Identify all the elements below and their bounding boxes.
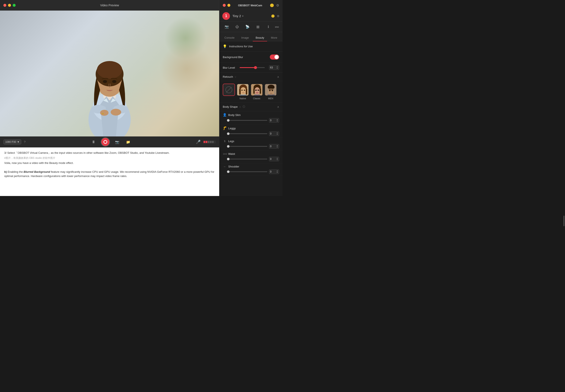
retouch-header: Retouch ○ ∧ — [219, 73, 282, 81]
disabled-line — [226, 87, 232, 93]
body-shape-header-left: Body Shape ○ ⓘ — [223, 105, 245, 109]
leggy-track[interactable] — [228, 133, 267, 134]
right-content[interactable]: 💡 Instructions for Use Background Blur B… — [219, 42, 282, 196]
device-settings-icon[interactable]: ⚙ — [277, 14, 279, 18]
body-slim-thumb[interactable] — [227, 119, 230, 122]
waist-value: 0 — [270, 157, 272, 161]
legs-thumb[interactable] — [227, 145, 230, 148]
tab-console[interactable]: Console — [221, 34, 237, 42]
background-blur-label: Background Blur — [223, 56, 243, 59]
svg-point-9 — [111, 109, 121, 115]
shoulder-value-box: 0 ▲ ▼ — [269, 169, 279, 174]
waist-header: ⊃⊂ Waist — [223, 152, 279, 155]
minimize-button[interactable] — [8, 4, 11, 7]
body-slim-value: 0 — [270, 119, 272, 122]
smiley-icon-button[interactable]: 🙂 — [270, 3, 274, 7]
svg-point-34 — [269, 90, 271, 91]
device-badge: 1 — [222, 12, 230, 20]
men-face-svg — [265, 84, 277, 96]
osc-button[interactable]: osc — [275, 26, 279, 28]
right-close-button[interactable] — [223, 4, 226, 7]
body-slim-controls: 0 ▲ ▼ — [228, 118, 279, 123]
blurred-bg-italic: Blurred Background — [24, 170, 50, 173]
leggy-thumb[interactable] — [227, 132, 230, 135]
leggy-value-box: 0 ▲ ▼ — [269, 131, 279, 136]
leggy-row: 🦵 Leggy 0 ▲ ▼ — [219, 125, 282, 138]
svg-point-26 — [258, 90, 259, 91]
maximize-button[interactable] — [13, 4, 16, 7]
waist-track[interactable] — [228, 159, 267, 159]
leggy-icon: 🦵 — [223, 126, 227, 130]
tab-more[interactable]: More — [268, 34, 280, 42]
power-icon-button[interactable]: ⏻ — [233, 23, 241, 31]
legs-track[interactable] — [228, 146, 267, 147]
device-row: 1 Tiny 2 ▾ 🙂 ⚙ — [219, 11, 282, 22]
retouch-thumb-none — [223, 84, 235, 96]
retouch-info-icon: ○ — [234, 75, 236, 78]
body-slim-icon: 👤 — [223, 113, 227, 117]
left-panel: Video Preview — [0, 0, 219, 196]
svg-point-14 — [240, 87, 246, 94]
blur-level-decrement[interactable]: ▼ — [276, 68, 278, 69]
device-name-wrapper[interactable]: Tiny 2 ▾ — [233, 14, 269, 18]
display-icon-button[interactable]: ▦ — [254, 23, 262, 31]
waist-decrement[interactable]: ▼ — [276, 159, 278, 161]
resolution-info-icon[interactable]: ? — [24, 140, 26, 144]
signal-icon-button[interactable]: 📡 — [244, 23, 251, 31]
retouch-option-men[interactable]: MEN — [264, 84, 277, 100]
record-button[interactable] — [101, 137, 110, 147]
shoulder-thumb[interactable] — [227, 170, 230, 173]
blur-level-thumb[interactable] — [254, 66, 257, 69]
retouch-collapse-icon[interactable]: ∧ — [277, 75, 279, 78]
legs-value-box: 0 ▲ ▼ — [269, 144, 279, 149]
legs-header: ⥮ Legs — [223, 140, 279, 143]
pause-button[interactable]: ⏸ — [90, 138, 97, 146]
instructions-for-use-row[interactable]: 💡 Instructions for Use — [219, 42, 282, 52]
video-preview-area — [0, 11, 219, 137]
waist-thumb[interactable] — [227, 158, 230, 160]
device-smiley-icon[interactable]: 🙂 — [271, 14, 275, 18]
body-shape-collapse-icon[interactable]: ∧ — [277, 105, 279, 108]
waist-row: ⊃⊂ Waist 0 ▲ ▼ — [219, 151, 282, 163]
shoulder-track[interactable] — [228, 171, 267, 172]
body-shape-info-icon: ⓘ — [243, 105, 245, 109]
device-right-icons: 🙂 ⚙ — [271, 14, 279, 18]
svg-point-6 — [97, 61, 122, 79]
camera-icon-button[interactable]: 📷 — [223, 23, 231, 31]
person-svg — [67, 31, 152, 137]
info-icon-button[interactable]: ℹ — [264, 23, 272, 31]
folder-button[interactable]: 📁 — [124, 138, 132, 146]
resolution-selector[interactable]: 1080 P30 ▼ — [3, 140, 21, 144]
note-b-label: b) — [4, 170, 7, 173]
settings-icon-button[interactable]: ⚙ — [276, 3, 279, 7]
shoulder-decrement[interactable]: ▼ — [276, 172, 278, 173]
waist-controls: 0 ▲ ▼ — [228, 157, 279, 161]
legs-row: ⥮ Legs 0 ▲ ▼ — [219, 138, 282, 151]
retouch-option-none[interactable] — [223, 84, 235, 100]
svg-rect-24 — [260, 88, 261, 94]
legs-value: 0 — [270, 145, 272, 148]
device-name: Tiny 2 — [233, 14, 241, 18]
body-slim-decrement[interactable]: ▼ — [276, 120, 278, 122]
right-panel: OBSBOT WebCam 🙂 ⚙ 1 Tiny 2 ▾ 🙂 ⚙ 📷 ⏻ 📡 ▦… — [219, 0, 282, 196]
svg-point-11 — [102, 113, 104, 114]
svg-rect-29 — [254, 95, 260, 96]
retouch-option-classic[interactable]: Classic — [251, 84, 263, 100]
close-button[interactable] — [3, 4, 6, 7]
step3-note-text: Voila, now you have a video with the Bea… — [4, 161, 215, 165]
tab-image[interactable]: Image — [238, 34, 252, 42]
body-slim-track[interactable] — [228, 120, 267, 121]
background-blur-row: Background Blur — [219, 52, 282, 63]
audio-bar-segment-4 — [210, 141, 212, 143]
svg-point-7 — [103, 80, 107, 83]
tab-beauty[interactable]: Beauty — [253, 34, 267, 42]
right-minimize-button[interactable] — [227, 4, 230, 7]
background-blur-toggle[interactable] — [270, 55, 279, 59]
snapshot-button[interactable]: 📷 — [113, 138, 121, 146]
leggy-decrement[interactable]: ▼ — [276, 134, 278, 135]
svg-point-22 — [254, 87, 260, 94]
blur-level-track[interactable] — [240, 67, 265, 68]
legs-decrement[interactable]: ▼ — [276, 146, 278, 148]
retouch-option-native[interactable]: Native — [237, 84, 249, 100]
shoulder-row: ↔ Shoulder 0 ▲ ▼ — [219, 163, 282, 176]
